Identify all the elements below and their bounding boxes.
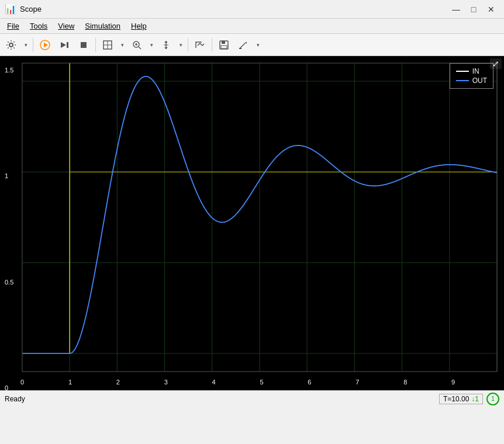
zoom-y-button[interactable] — [157, 37, 175, 53]
legend-line-in — [456, 71, 469, 72]
xaxis-label-6: 6 — [308, 379, 311, 386]
xaxis-label-9: 9 — [451, 379, 455, 386]
xaxis-label-5: 5 — [260, 379, 263, 386]
minimize-button[interactable]: — — [448, 4, 464, 15]
menu-tools-label: ools — [33, 22, 47, 30]
menu-file[interactable]: File — [2, 20, 24, 32]
maximize-button[interactable]: □ — [465, 4, 482, 15]
svg-rect-22 — [239, 48, 241, 49]
menu-bar: File Tools View Simulation Help — [0, 19, 504, 34]
svg-marker-3 — [61, 42, 66, 48]
zoom-y-dropdown[interactable]: ▾ — [177, 37, 185, 53]
legend-label-in: IN — [472, 67, 479, 75]
svg-marker-2 — [44, 43, 48, 47]
svg-line-20 — [240, 43, 246, 48]
menu-file-label: ile — [12, 22, 19, 30]
xaxis-label-4: 4 — [212, 379, 216, 386]
plot-canvas — [0, 56, 504, 390]
xaxis-label-1: 1 — [68, 379, 72, 386]
status-bar: Ready T=10.00 ↓1 1 — [0, 390, 504, 407]
xaxis-label-8: 8 — [403, 379, 407, 386]
play-icon — [40, 40, 50, 50]
zoom-select-button[interactable] — [99, 37, 116, 53]
legend-item-in: IN — [456, 67, 487, 75]
zoom-in-icon — [132, 40, 142, 50]
menu-help[interactable]: Help — [126, 20, 151, 32]
settings-dropdown[interactable]: ▾ — [22, 37, 30, 53]
step-forward-icon — [59, 40, 70, 50]
zoom-select-dropdown[interactable]: ▾ — [118, 37, 126, 53]
menu-tools[interactable]: Tools — [25, 20, 52, 32]
toolbar-separator-4 — [212, 38, 212, 52]
time-display: T=10.00 ↓1 — [439, 394, 483, 404]
svg-marker-21 — [246, 41, 247, 44]
settings-button[interactable] — [2, 37, 20, 53]
play-button[interactable] — [36, 37, 54, 53]
svg-rect-4 — [67, 42, 68, 48]
xaxis-label-0: 0 — [20, 379, 24, 386]
svg-marker-14 — [164, 41, 168, 43]
plot-expand-button[interactable]: ⤢ — [490, 58, 502, 69]
cursor-dropdown[interactable]: ▾ — [254, 37, 262, 53]
cursor-icon — [238, 40, 248, 50]
menu-help-label: elp — [136, 22, 146, 30]
svg-point-0 — [9, 43, 13, 47]
zoom-y-icon — [161, 40, 171, 50]
svg-rect-18 — [222, 41, 225, 44]
zoom-select-icon — [102, 40, 113, 50]
save-icon — [219, 40, 229, 50]
svg-rect-19 — [221, 46, 227, 48]
menu-view-label: iew — [63, 22, 75, 30]
xaxis-label-2: 2 — [116, 379, 120, 386]
step-forward-button[interactable] — [56, 37, 73, 53]
simulation-status-circle: 1 — [486, 393, 499, 405]
save-button[interactable] — [215, 37, 233, 53]
menu-view[interactable]: View — [53, 20, 79, 32]
toolbar-separator-1 — [33, 38, 33, 52]
xaxis-labels: 0 1 2 3 4 5 6 7 8 9 — [0, 379, 504, 386]
time-label: T=10.00 — [443, 395, 469, 403]
close-button[interactable]: ✕ — [483, 4, 499, 15]
time-arrow: ↓1 — [471, 395, 479, 403]
menu-simulation-label: imulation — [90, 22, 120, 30]
zoom-in-button[interactable] — [128, 37, 146, 53]
toolbar-separator-3 — [188, 38, 188, 52]
svg-marker-15 — [164, 47, 168, 49]
title-bar: 📊 Scope — □ ✕ — [0, 0, 504, 19]
stop-icon — [78, 40, 89, 50]
autoscale-icon — [195, 40, 205, 50]
app-logo: 📊 — [5, 4, 16, 15]
autoscale-button[interactable] — [191, 37, 209, 53]
xaxis-area: 0 1 2 3 4 5 6 7 8 9 — [0, 374, 504, 390]
xaxis-label-3: 3 — [164, 379, 168, 386]
titlebar-left: 📊 Scope — [5, 4, 42, 15]
menu-simulation[interactable]: Simulation — [80, 20, 125, 32]
xaxis-label-7: 7 — [355, 379, 359, 386]
titlebar-controls: — □ ✕ — [448, 4, 499, 15]
status-text: Ready — [5, 395, 25, 403]
plot-area[interactable]: 1.5 1 0.5 0 IN OUT ⤢ 0 1 2 3 4 5 6 7 8 9 — [0, 56, 504, 390]
svg-line-10 — [139, 47, 141, 49]
window-title: Scope — [20, 5, 42, 13]
toolbar: ▾ ▾ — [0, 34, 504, 56]
legend-line-out — [456, 80, 469, 81]
legend-item-out: OUT — [456, 77, 487, 85]
legend-label-out: OUT — [472, 77, 487, 85]
plot-legend: IN OUT — [450, 63, 493, 89]
gear-icon — [6, 40, 16, 50]
stop-button[interactable] — [75, 37, 92, 53]
cursor-button[interactable] — [234, 37, 252, 53]
zoom-in-dropdown[interactable]: ▾ — [147, 37, 156, 53]
statusbar-right: T=10.00 ↓1 1 — [439, 393, 499, 405]
toolbar-separator-2 — [95, 38, 96, 52]
svg-rect-5 — [81, 42, 87, 48]
